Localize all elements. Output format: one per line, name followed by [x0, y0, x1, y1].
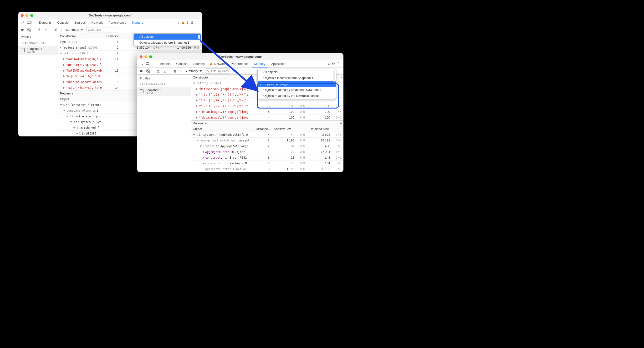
chevron-right-icon[interactable] — [63, 69, 64, 72]
view-dropdown[interactable]: Summary — [183, 69, 204, 73]
retainer-row[interactable]: constructor in Error @5413280 %1480 % — [191, 155, 344, 161]
chevron-right-icon[interactable] — [76, 132, 78, 135]
tab-performance[interactable]: Performance — [106, 19, 128, 26]
overflow-icon[interactable]: » — [178, 21, 180, 25]
string-value: "^(?:([^:/?#.]+):)?(?:\/\/(?: — [198, 93, 248, 96]
chevron-right-icon[interactable] — [203, 156, 204, 159]
filter-dropdown[interactable]: All objects Objects allocated before Sna… — [258, 69, 336, 99]
tab-performance[interactable]: Performance — [228, 60, 251, 68]
upload-icon[interactable] — [156, 69, 161, 74]
gear-icon[interactable]: ⚙ — [190, 21, 193, 25]
chevron-right-icon[interactable] — [63, 64, 64, 66]
tab-application[interactable]: Application — [269, 60, 289, 68]
chevron-right-icon[interactable] — [196, 111, 198, 113]
chevron-down-icon[interactable] — [193, 134, 195, 136]
chevron-right-icon[interactable] — [196, 116, 198, 119]
chevron-down-icon[interactable] — [66, 116, 69, 117]
dropdown-item[interactable]: Objects retained by the DevTools console — [258, 93, 336, 99]
tab-console[interactable]: Console — [174, 60, 190, 68]
tab-elements[interactable]: Elements — [155, 60, 173, 68]
tab-sources[interactable]: Sources — [191, 60, 207, 68]
inspect-icon[interactable] — [20, 20, 26, 26]
col-shallow[interactable]: Shallow Size — [272, 127, 308, 131]
dropdown-item[interactable]: Duplicated strings — [258, 81, 336, 87]
tab-memory[interactable]: Memory — [130, 19, 146, 26]
dropdown-item[interactable]: Objects retained by detached DOM nodes — [258, 87, 336, 93]
menu-icon[interactable] — [340, 120, 342, 126]
overflow-icon[interactable]: » — [328, 62, 330, 66]
view-dropdown[interactable]: Summary — [64, 28, 85, 32]
scrollbar-thumb[interactable] — [334, 70, 335, 82]
chevron-right-icon[interactable] — [196, 99, 198, 102]
download-icon[interactable] — [162, 69, 168, 74]
chevron-right-icon[interactable] — [63, 87, 64, 89]
col-constructor[interactable]: Constructor — [191, 76, 240, 79]
chevron-down-icon[interactable] — [60, 53, 62, 54]
chevron-down-icon[interactable] — [200, 146, 202, 147]
dropdown-item[interactable]: Objects allocated before Snapshot 1 — [134, 40, 201, 46]
col-distance[interactable]: Distance — [253, 127, 272, 131]
chevron-down-icon[interactable]: ▾ — [340, 76, 344, 79]
table-row[interactable]: "^data:image\/(?:bmp|gif|jpeg61000 %1000… — [191, 109, 344, 115]
chevron-down-icon[interactable] — [196, 140, 198, 141]
chevron-right-icon[interactable] — [60, 47, 61, 49]
dropdown-item[interactable]: All objects — [134, 34, 201, 40]
col-distance[interactable]: Distance — [102, 34, 121, 38]
tab-console[interactable]: Console — [55, 19, 71, 26]
inspect-icon[interactable] — [139, 61, 144, 67]
chevron-right-icon[interactable] — [63, 75, 64, 78]
retainer-row[interactable]: constructor in system / M3400 %1040 % — [191, 161, 344, 166]
dropdown-item[interactable]: Objects allocated before Snapshot 1 — [258, 75, 336, 81]
retainer-row[interactable]: AggregateError in Object1200 %77 9041 % — [191, 149, 344, 155]
chevron-right-icon[interactable] — [203, 151, 204, 153]
download-icon[interactable] — [44, 27, 48, 33]
chevron-down-icon[interactable] — [60, 104, 62, 106]
clear-icon[interactable] — [26, 27, 32, 33]
record-icon[interactable] — [20, 27, 25, 33]
panel-tabs: Elements Console Sources Network Perform… — [137, 60, 344, 68]
tab-elements[interactable]: Elements — [36, 19, 54, 26]
chevron-down-icon[interactable] — [73, 127, 76, 129]
chevron-right-icon[interactable] — [196, 105, 198, 107]
gc-icon[interactable] — [172, 69, 178, 74]
class-filter-input[interactable] — [86, 27, 117, 33]
gear-icon[interactable]: ⚙ — [332, 62, 335, 66]
chevron-right-icon[interactable] — [203, 162, 204, 165]
chevron-right-icon[interactable] — [196, 88, 198, 90]
table-row[interactable]: "^(?:([^:/?#.]+):)?(?:\/\/(?:51000 %1000… — [191, 103, 344, 109]
chevron-right-icon[interactable] — [60, 41, 61, 43]
table-row[interactable]: "^data:image\/(?:bmp|gif|jpeg41000 %1000… — [191, 115, 344, 120]
device-icon[interactable] — [26, 20, 32, 26]
scrollbar-thumb[interactable] — [198, 35, 200, 39]
tab-network-with-warning[interactable]: Network — [208, 60, 228, 68]
chevron-right-icon[interactable] — [63, 58, 64, 60]
more-icon[interactable] — [195, 20, 199, 25]
record-icon[interactable] — [139, 69, 144, 74]
tab-sources[interactable]: Sources — [72, 19, 88, 26]
snapshot-item[interactable]: Snapshot 1 15.8 MB — [18, 46, 58, 55]
warning-icon[interactable] — [182, 21, 185, 24]
col-retained[interactable]: Retained Size — [308, 127, 344, 131]
tab-memory[interactable]: Memory — [252, 60, 268, 68]
chevron-down-icon[interactable] — [193, 83, 195, 84]
dropdown-item[interactable]: All objects — [258, 69, 336, 75]
snapshot-item[interactable]: Snapshot 1 11.7 MB — [137, 87, 191, 96]
tab-network[interactable]: Network — [89, 19, 105, 26]
retainer-row[interactable]: 1 in system / RegExpMatchInfo @4440 %2 6… — [191, 132, 344, 138]
retainer-row[interactable]: context in AggregateError()2320 %4080 % — [191, 143, 344, 149]
col-constructor[interactable]: Constructor — [58, 34, 102, 38]
retainer-row[interactable]: regexp_last_match_info in syst31 1960 %2… — [191, 138, 344, 143]
chevron-down-icon[interactable] — [63, 110, 66, 111]
class-filter-input[interactable]: Filter by class — [205, 69, 230, 74]
gc-icon[interactable] — [54, 27, 59, 33]
chevron-right-icon[interactable] — [63, 81, 64, 83]
device-icon[interactable] — [146, 61, 151, 67]
clear-icon[interactable] — [146, 69, 151, 74]
chevron-right-icon[interactable] — [196, 94, 198, 96]
col-object[interactable]: Object — [191, 127, 253, 131]
retainer-row[interactable]: aggregate_error_function31 1960 %25 1920… — [191, 166, 344, 172]
more-icon[interactable] — [337, 62, 340, 66]
filter-dropdown[interactable]: All objects Objects allocated before Sna… — [134, 33, 201, 46]
upload-icon[interactable] — [37, 27, 42, 33]
chevron-down-icon[interactable] — [70, 121, 72, 123]
